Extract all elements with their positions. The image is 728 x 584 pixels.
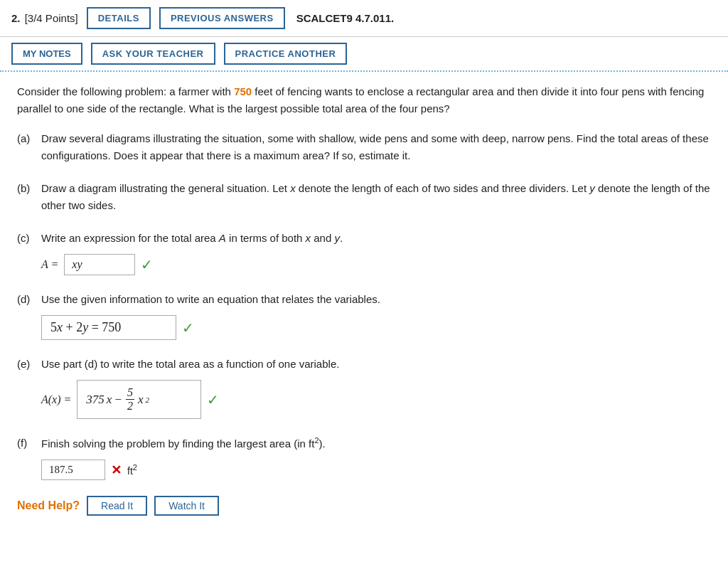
part-e-input[interactable]: 375x − 5 2 x2 [77,380,201,419]
problem-num-value: 2. [11,12,21,24]
part-d-value: 5x + 2y = 750 [50,320,121,334]
part-e-value: 375x − 5 2 x2 [86,386,149,413]
my-notes-button[interactable]: MY NOTES [11,43,82,65]
practice-another-button[interactable]: PRACTICE ANOTHER [224,43,348,65]
part-b: (b) Draw a diagram illustrating the gene… [17,180,711,214]
top-bar: 2. [3/4 Points] DETAILS PREVIOUS ANSWERS… [0,0,728,37]
previous-answers-button[interactable]: PREVIOUS ANSWERS [159,7,285,29]
part-b-text: Draw a diagram illustrating the general … [41,180,711,214]
part-f-cross: ✕ [111,462,122,478]
part-c-letter: (c) [17,230,34,247]
part-c-text: Write an expression for the total area A… [41,230,343,247]
part-d-input[interactable]: 5x + 2y = 750 [41,315,176,340]
highlight-value: 750 [234,85,252,97]
part-c-input[interactable]: xy [64,254,135,275]
part-f-value: 187.5 [49,464,73,475]
part-f-input[interactable]: 187.5 [41,460,105,480]
part-d: (d) Use the given information to write a… [17,291,711,340]
problem-number: 2. [3/4 Points] [11,12,78,24]
content-area: Consider the following problem: a farmer… [0,72,728,533]
second-bar: MY NOTES ASK YOUR TEACHER PRACTICE ANOTH… [0,37,728,72]
part-f-answer: 187.5 ✕ ft2 [41,460,137,480]
part-c-answer: A = xy ✓ [41,254,153,275]
part-e-letter: (e) [17,356,34,373]
part-c-prefix: A = [41,258,58,271]
part-c-checkmark: ✓ [141,256,153,273]
ask-teacher-button[interactable]: ASK YOUR TEACHER [91,43,215,65]
read-it-button[interactable]: Read It [87,496,147,516]
need-help-label: Need Help? [17,499,80,512]
part-a-text: Draw several diagrams illustrating the s… [41,130,711,164]
problem-id: SCALCET9 4.7.011. [296,12,395,24]
part-e-text: Use part (d) to write the total area as … [41,356,339,373]
part-f-text: Finish solving the problem by finding th… [41,435,326,452]
problem-points: [3/4 Points] [25,12,78,24]
part-a-letter: (a) [17,130,34,147]
part-e-prefix: A(x) = [41,393,71,406]
problem-intro: Consider the following problem: a farmer… [17,83,711,117]
part-d-text: Use the given information to write an eq… [41,291,380,308]
part-b-letter: (b) [17,180,34,197]
part-a: (a) Draw several diagrams illustrating t… [17,130,711,164]
watch-it-button[interactable]: Watch It [154,496,219,516]
details-button[interactable]: DETAILS [87,7,151,29]
part-d-checkmark: ✓ [182,319,194,336]
part-d-answer: 5x + 2y = 750 ✓ [41,315,194,340]
part-e-checkmark: ✓ [207,391,219,408]
need-help-section: Need Help? Read It Watch It [17,496,711,516]
part-f-letter: (f) [17,435,34,452]
part-f-unit: ft2 [127,463,137,477]
part-e: (e) Use part (d) to write the total area… [17,356,711,419]
part-e-answer: A(x) = 375x − 5 2 x2 ✓ [41,380,219,419]
part-c: (c) Write an expression for the total ar… [17,230,711,275]
part-f: (f) Finish solving the problem by findin… [17,435,711,480]
part-d-letter: (d) [17,291,34,308]
